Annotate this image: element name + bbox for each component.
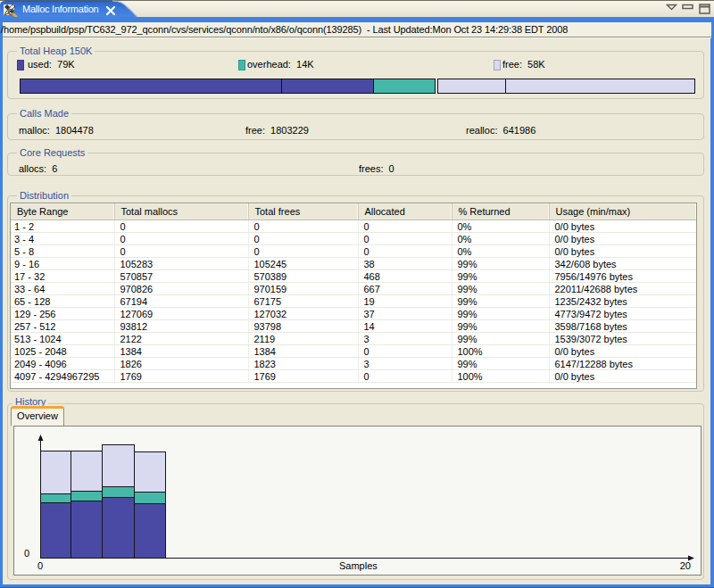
svg-text:0: 0 bbox=[37, 560, 43, 571]
svg-text:0: 0 bbox=[24, 548, 29, 559]
svg-text:20: 20 bbox=[680, 560, 691, 571]
svg-text:Samples: Samples bbox=[339, 560, 378, 571]
